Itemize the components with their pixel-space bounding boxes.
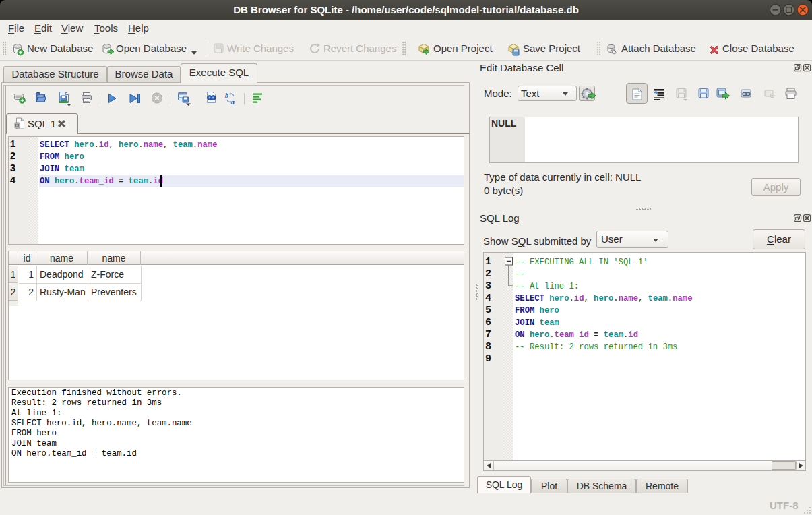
svg-text:a: a [231, 98, 235, 106]
svg-text:b: b [225, 92, 228, 99]
